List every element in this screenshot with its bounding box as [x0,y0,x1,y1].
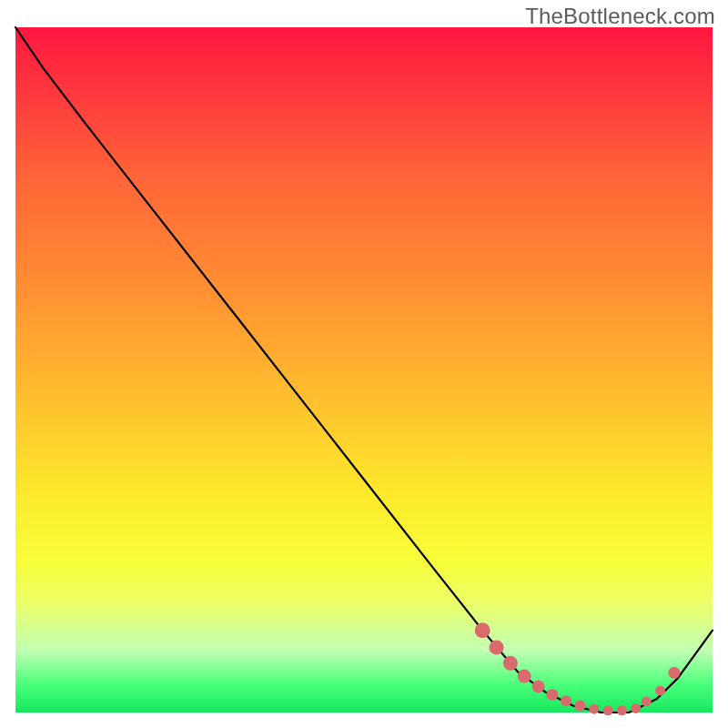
highlight-dot [490,640,504,654]
highlight-dot [631,703,641,713]
highlight-dot [668,667,680,679]
highlight-dot [603,705,613,715]
watermark-text: TheBottleneck.com [525,4,715,29]
highlight-dot [475,622,490,638]
highlight-dot [642,696,652,706]
highlight-dot [561,695,571,706]
highlight-dot [655,685,665,695]
highlight-dot [532,680,545,693]
chart-container: TheBottleneck.com [0,0,728,728]
highlight-dot [503,656,518,671]
highlight-dot [518,670,531,683]
chart-svg [15,27,713,713]
highlight-dot [574,700,585,711]
highlight-dot [589,704,599,714]
highlight-dot [617,705,627,715]
highlight-dots-group [475,622,681,715]
bottleneck-curve [15,27,713,713]
highlight-dot [546,689,558,701]
